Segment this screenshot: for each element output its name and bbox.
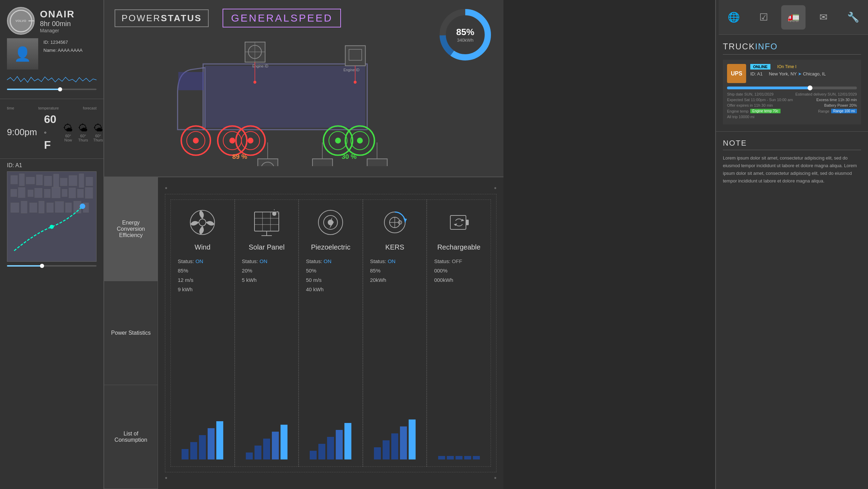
driver-photo: 👤 xyxy=(7,38,38,70)
nav-globe-icon[interactable]: 🌐 xyxy=(721,5,746,30)
energy-sidebar: Energy Conversion Efficiency Power Stati… xyxy=(104,177,158,489)
svg-rect-15 xyxy=(44,189,50,198)
svg-point-52 xyxy=(357,138,363,144)
svg-point-83 xyxy=(272,212,276,216)
engine-range: Engine temp Engine temp 70c Range Range … xyxy=(727,109,857,113)
sidebar-item-list-consumption[interactable]: List of Consumption xyxy=(104,385,158,489)
all-trip: All trip 10000 mi xyxy=(727,115,857,119)
svg-rect-27 xyxy=(65,203,72,213)
svg-rect-96 xyxy=(450,215,466,229)
svg-rect-25 xyxy=(47,203,53,213)
svg-point-59 xyxy=(253,81,256,83)
driver-avatar: 👤 xyxy=(7,38,38,70)
status-online-badge: ONLINE xyxy=(750,64,770,70)
svg-point-40 xyxy=(193,138,199,144)
forecast-icons: 🌤 60° Now 🌤 60° Thurs 🌤 60° Thurs xyxy=(63,122,103,142)
svg-rect-70 xyxy=(312,159,333,166)
svg-rect-72 xyxy=(367,159,387,166)
rechargeable-label: Rechargeable xyxy=(437,243,481,251)
wind-icon xyxy=(187,207,218,238)
svg-rect-11 xyxy=(11,189,17,197)
svg-point-46 xyxy=(248,138,253,144)
svg-rect-8 xyxy=(69,176,77,186)
svg-text:89 %: 89 % xyxy=(232,153,247,160)
weather-main: 9:00pm 60 ° F 🌤 60° Now 🌤 60° Thurs 🌤 xyxy=(7,113,97,152)
temp-label: temperature xyxy=(38,106,59,110)
power-status-label: POWERSTATUS xyxy=(115,9,209,27)
general-speed-label: GENERALSPEED xyxy=(223,9,341,27)
weather-icon-thurs1: 🌤 xyxy=(78,122,88,134)
note-section: NOTE Lorem ipsum dolor sit amet, consect… xyxy=(716,132,868,192)
volvo-logo: VOLVO xyxy=(7,7,35,35)
forecast-label: forecast xyxy=(83,106,97,110)
svg-point-64 xyxy=(354,81,357,83)
svg-rect-9 xyxy=(79,174,84,187)
battery-kwh: 340kWh xyxy=(456,38,474,43)
sidebar-item-energy-conversion[interactable]: Energy Conversion Efficiency xyxy=(104,177,158,281)
volume-slider[interactable] xyxy=(7,89,97,90)
onair-info: ONAIR 8hr 00min Manager xyxy=(40,9,75,33)
svg-text:Engine ID: Engine ID xyxy=(343,68,360,72)
nav-truck-icon[interactable]: 🚛 xyxy=(781,5,806,30)
piezoelectric-card: Piezoelectric Status: ON 50% 50 m/s 40 k… xyxy=(299,199,363,467)
offer-battery: Offer expires in 11h 30 min Battery Powe… xyxy=(727,103,857,107)
nav-mail-icon[interactable]: ✉ xyxy=(811,5,835,30)
svg-text:30 %: 30 % xyxy=(342,153,357,160)
solar-icon xyxy=(251,207,282,238)
truck-info-title: TRUCKINFO xyxy=(723,42,861,55)
nav-tools-icon[interactable]: 🔧 xyxy=(841,5,865,30)
solar-info: Status: ON 20% 5 kWh xyxy=(242,256,292,285)
svg-rect-18 xyxy=(69,188,76,198)
solar-panel-card: Solar Panel Status: ON 20% 5 kWh xyxy=(235,199,299,467)
map-slider[interactable] xyxy=(7,265,97,267)
sidebar-item-power-statistics[interactable]: Power Statistics xyxy=(104,281,158,385)
svg-point-31 xyxy=(80,204,85,209)
weather-section: time temperature forecast 9:00pm 60 ° F … xyxy=(0,99,103,159)
energy-cards-container: • • Wind xyxy=(158,177,503,489)
weather-thurs1: 🌤 60° Thurs xyxy=(78,122,88,142)
nav-check-icon[interactable]: ☑ xyxy=(751,5,776,30)
temperature: 60 ° F xyxy=(44,113,57,152)
weather-icon-now: 🌤 xyxy=(63,122,73,134)
svg-rect-4 xyxy=(36,175,43,185)
svg-rect-12 xyxy=(18,187,25,198)
route-progress-thumb xyxy=(808,85,812,90)
rechargeable-icon xyxy=(443,207,475,238)
svg-rect-6 xyxy=(53,174,59,187)
svg-rect-36 xyxy=(205,66,365,128)
kers-bars xyxy=(374,419,416,459)
svg-rect-23 xyxy=(30,203,37,213)
route-progress-fill xyxy=(727,87,811,89)
kers-card: KERS Status: ON 85% 20kWh xyxy=(363,199,427,467)
audio-waveform xyxy=(7,75,97,85)
svg-rect-19 xyxy=(77,189,84,198)
weather-thurs2: 🌤 60° Thurs xyxy=(93,122,103,142)
svg-rect-26 xyxy=(55,202,64,213)
svg-rect-21 xyxy=(11,203,19,213)
truck-info-section: TRUCKINFO UPS ONLINE IOn Time I ID: A1 N… xyxy=(716,35,868,132)
on-time-badge: IOn Time I xyxy=(777,64,796,69)
city-map-svg xyxy=(7,172,96,261)
battery-donut-chart: 85% 340kWh xyxy=(437,7,493,63)
svg-rect-1 xyxy=(11,176,18,184)
donut-text: 85% 340kWh xyxy=(456,27,474,43)
svg-rect-97 xyxy=(466,220,469,225)
note-title: NOTE xyxy=(723,139,861,150)
piezo-icon xyxy=(315,207,346,238)
map-id: ID: A1 xyxy=(7,162,97,169)
svg-point-43 xyxy=(229,138,235,144)
piezo-bars xyxy=(310,423,351,459)
svg-rect-16 xyxy=(52,187,60,198)
driver-text: ID: 1234567 Name: AAAA AAAA xyxy=(43,38,83,70)
kers-label: KERS xyxy=(385,243,404,251)
kers-info: Status: ON 85% 20kWh xyxy=(370,256,420,285)
onair-role: Manager xyxy=(40,28,75,33)
energy-cards-row: Wind Status: ON 85% 12 m/s 9 kWh xyxy=(165,194,496,472)
svg-marker-92 xyxy=(403,218,407,222)
weather-labels: time temperature forecast xyxy=(7,106,97,110)
rechargeable-card: Rechargeable Status: OFF 000% 000kWh xyxy=(427,199,491,467)
main-center-panel: POWERSTATUS GENERALSPEED 85% 340kWh xyxy=(104,0,503,489)
weather-icon-thurs2: 🌤 xyxy=(93,122,103,134)
svg-rect-2 xyxy=(19,174,24,186)
svg-point-49 xyxy=(335,138,341,144)
